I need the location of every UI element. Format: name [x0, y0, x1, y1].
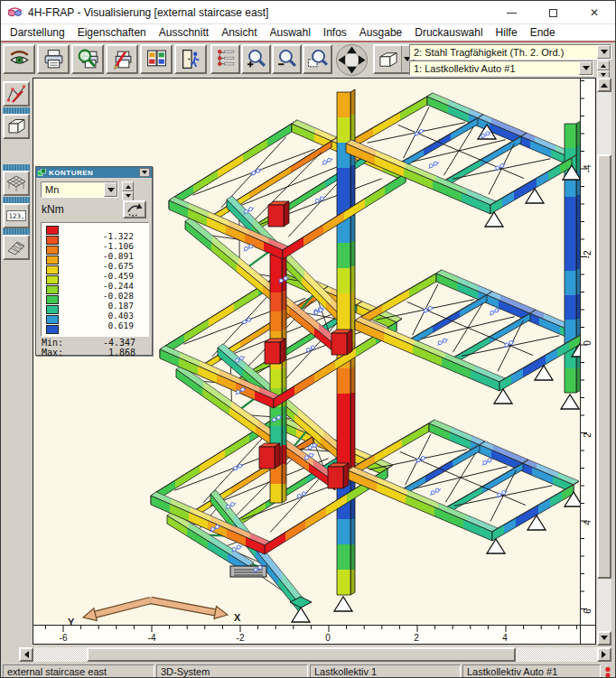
quantity-spinner[interactable]: [122, 181, 134, 198]
ruler-label: -6: [52, 633, 74, 643]
page-catalog-button[interactable]: [140, 44, 173, 74]
menu-item-hilfe[interactable]: Hilfe: [490, 25, 524, 40]
zoom-out-icon: [275, 48, 298, 70]
zoom-window-button[interactable]: [303, 44, 332, 74]
print-settings-icon: [111, 48, 134, 70]
mesh-grid-button[interactable]: [3, 171, 30, 196]
zoom-in-button[interactable]: [241, 44, 271, 74]
view-3d-box-palette-titlebar[interactable]: [3, 107, 30, 114]
edit-polyline-icon: [5, 83, 27, 105]
konturen-menu-button[interactable]: [139, 168, 150, 177]
app-icon: [7, 5, 23, 20]
unit-label: kNm: [42, 203, 64, 216]
mesh-grid-palette-titlebar[interactable]: [3, 164, 30, 171]
status-field: Lastkollektiv Auto #1: [462, 664, 601, 678]
load-mesh-button[interactable]: [3, 235, 30, 260]
legend-value: 0.187: [67, 301, 134, 311]
legend-value: 0.619: [67, 320, 134, 330]
legend-swatch: [46, 325, 59, 334]
maximize-button[interactable]: [532, 1, 574, 24]
numbering-palette-titlebar[interactable]: [3, 197, 30, 203]
vertical-scroll-thumb[interactable]: [597, 154, 611, 579]
scroll-left-button[interactable]: [19, 647, 33, 662]
scroll-up-button[interactable]: [597, 78, 611, 92]
max-value: 1.868: [63, 348, 148, 358]
min-label: Min:: [42, 338, 63, 348]
ruler-label: 0: [583, 336, 593, 350]
load-mesh-palette-titlebar[interactable]: [3, 228, 30, 235]
cycle-arrow-icon: [126, 201, 144, 218]
menu-item-auswahl[interactable]: Auswahl: [263, 25, 316, 40]
legend-value: -0.244: [67, 281, 134, 291]
result-set-value: 2: Stahl Tragfähigkeit (Th. 2. Ord.): [410, 47, 597, 58]
exit-door-button[interactable]: [174, 44, 207, 74]
close-button[interactable]: ✕: [574, 1, 615, 24]
print-settings-button[interactable]: [106, 44, 138, 74]
konturen-panel: KONTUREN Mn kNm -1.322-1.106-0.891-0.675…: [35, 166, 153, 356]
horizontal-scroll-thumb[interactable]: [87, 647, 516, 662]
menu-item-ansicht[interactable]: Ansicht: [215, 25, 263, 40]
scroll-down-button[interactable]: [597, 631, 611, 645]
view-3d-box-button[interactable]: [3, 114, 30, 139]
eye-view-button[interactable]: [3, 44, 35, 74]
ruler-label: 4: [583, 515, 593, 530]
legend-swatch: [46, 315, 59, 324]
legend-value: -1.106: [67, 241, 134, 251]
legend-value: -0.891: [67, 251, 134, 261]
edit-polyline-button[interactable]: [3, 81, 30, 107]
quantity-spinner-up[interactable]: [122, 181, 134, 191]
status-field: Lastkollektiv 1: [310, 664, 461, 678]
minimize-button[interactable]: [490, 1, 532, 24]
menu-item-darstellung[interactable]: Darstellung: [4, 25, 71, 40]
legend-swatch: [46, 285, 59, 294]
zoom-window-icon: [306, 48, 329, 70]
horizontal-scrollbar[interactable]: [19, 647, 611, 662]
loadcase-spinner-up[interactable]: [597, 60, 610, 70]
horizontal-ruler: -6-4-2024: [33, 626, 581, 645]
quantity-dropdown[interactable]: [104, 182, 117, 197]
quantity-select[interactable]: Mn: [41, 181, 118, 198]
loadcase-select[interactable]: 1: Lastkollektiv Auto #1: [409, 60, 593, 76]
legend-value: -0.675: [67, 261, 134, 271]
pan-navigation-pad[interactable]: [335, 43, 369, 77]
loadcase-dropdown[interactable]: [579, 61, 593, 75]
print-button[interactable]: [37, 44, 70, 74]
ruler-label: 2: [583, 428, 593, 442]
ruler-label: 0: [317, 633, 339, 643]
menu-item-druckauswahl[interactable]: Druckauswahl: [408, 25, 489, 40]
menu-item-infos[interactable]: Infos: [317, 25, 353, 40]
zoom-out-button[interactable]: [272, 44, 302, 74]
legend-min-row: Min: -4.347: [42, 338, 148, 348]
menu-item-ausgabe[interactable]: Ausgabe: [353, 25, 408, 40]
legend-swatch: [46, 226, 59, 235]
status-field: 3D-System: [156, 664, 308, 678]
tree-structure-button[interactable]: [210, 44, 240, 74]
scroll-right-button[interactable]: [597, 647, 611, 662]
mesh-grid-icon: [5, 172, 27, 194]
konturen-icon: [38, 169, 46, 176]
ruler-label: -4: [583, 162, 593, 176]
legend-value: -1.322: [67, 231, 134, 241]
svg-text:Y: Y: [68, 617, 75, 626]
legend-value: 0.403: [67, 311, 134, 320]
numbering-button[interactable]: 123,: [3, 203, 30, 228]
vertical-scrollbar[interactable]: [597, 78, 611, 645]
print-preview-button[interactable]: [71, 44, 104, 74]
loadcase-spinner[interactable]: [597, 60, 610, 76]
menu-item-eigenschaften[interactable]: Eigenschaften: [71, 25, 153, 40]
legend-max-row: Max: 1.868: [42, 348, 148, 358]
zoom-in-icon: [245, 48, 267, 70]
menu-item-ende[interactable]: Ende: [524, 25, 562, 40]
eye-view-icon: [8, 48, 31, 70]
legend-swatch: [46, 265, 59, 274]
app-window: 4H-FRAP - Visualisierung [external stair…: [0, 0, 616, 678]
result-set-select[interactable]: 2: Stahl Tragfähigkeit (Th. 2. Ord.): [409, 44, 611, 60]
unit-cycle-button[interactable]: [123, 200, 146, 218]
legend-swatch: [46, 295, 59, 304]
result-set-dropdown[interactable]: [597, 45, 611, 59]
contour-legend: -1.322-1.106-0.891-0.675-0.459-0.244-0.0…: [41, 222, 149, 337]
legend-swatch: [46, 275, 59, 284]
menu-item-ausschnitt[interactable]: Ausschnitt: [153, 25, 215, 40]
konturen-titlebar[interactable]: KONTUREN: [36, 167, 152, 178]
status-field: external staircase east: [3, 664, 154, 678]
